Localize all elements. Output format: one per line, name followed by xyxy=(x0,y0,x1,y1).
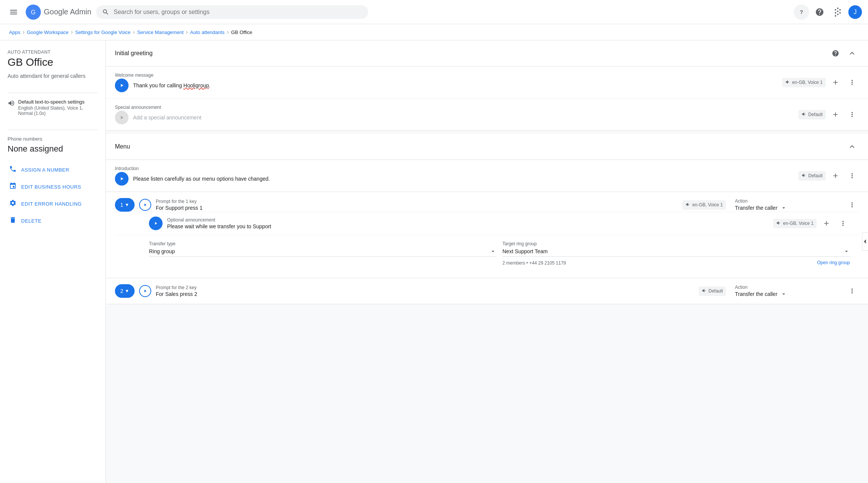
key-1-action-label: Action xyxy=(735,198,841,204)
breadcrumb-apps[interactable]: Apps xyxy=(9,29,20,35)
initial-greeting-title: Initial greeting xyxy=(115,50,153,57)
welcome-message-label: Welcome message xyxy=(115,73,778,78)
key-1-optional-voice-label: en-GB, Voice 1 xyxy=(783,221,814,226)
assign-number-label: ASSIGN A NUMBER xyxy=(21,167,69,173)
key-2-dropdown-arrow: ▼ xyxy=(125,288,129,294)
welcome-voice-badge: en-GB, Voice 1 xyxy=(782,78,826,87)
introduction-actions: Default xyxy=(798,169,859,183)
special-announcement-add-button[interactable] xyxy=(829,108,842,121)
content-area: Initial greeting xyxy=(106,40,868,483)
key-2-action-select: Transfer the caller xyxy=(735,291,841,297)
apps-grid-button[interactable] xyxy=(830,5,845,20)
delete-action[interactable]: DELETE xyxy=(8,212,98,229)
key-1-optional-row: Optional announcement Please wait while … xyxy=(115,212,859,235)
special-voice-badge: Default xyxy=(798,110,826,119)
edit-business-hours-action[interactable]: EDIT BUSINESS HOURS xyxy=(8,178,98,195)
key-1-transfer-type-dropdown[interactable] xyxy=(490,248,496,255)
initial-greeting-help-button[interactable] xyxy=(829,46,842,60)
sidebar-divider-1 xyxy=(8,93,98,93)
key-1-transfer-type-label: Transfer type xyxy=(149,241,496,246)
breadcrumb-service-management[interactable]: Service Management xyxy=(137,29,184,35)
key-2-action-chevron[interactable] xyxy=(780,291,787,297)
key-2-play-button[interactable] xyxy=(139,285,151,297)
special-announcement-play-button[interactable] xyxy=(115,111,129,124)
key-1-optional-label: Optional announcement xyxy=(167,217,769,223)
breadcrumb-google-workspace[interactable]: Google Workspace xyxy=(27,29,68,35)
error-handling-icon xyxy=(9,199,17,209)
search-input[interactable] xyxy=(114,9,362,15)
breadcrumb-auto-attendants[interactable]: Auto attendants xyxy=(190,29,225,35)
key-1-number: 1 xyxy=(120,202,123,208)
sidebar-tts-value: English (United States), Voice 1, Normal… xyxy=(18,105,98,116)
introduction-play-button[interactable] xyxy=(115,172,129,186)
delete-icon xyxy=(9,216,17,226)
key-1-badge[interactable]: 1 ▼ xyxy=(115,198,135,212)
tts-icon xyxy=(8,99,15,109)
calendar-icon xyxy=(9,182,17,192)
key-1-target-ring-group-dropdown[interactable] xyxy=(843,248,850,255)
key-1-transfer-row: Transfer type Ring group Target ring gro… xyxy=(115,235,859,272)
menu-header[interactable]: Menu xyxy=(106,134,868,160)
key-1-prompt-text: For Support press 1 xyxy=(156,205,678,211)
help-button[interactable] xyxy=(812,5,827,20)
key-1-open-ring-group-link[interactable]: Open ring group xyxy=(817,260,850,265)
special-voice-label: Default xyxy=(808,112,823,117)
user-avatar[interactable]: J xyxy=(848,5,862,19)
introduction-voice-label: Default xyxy=(808,173,823,178)
key-1-optional-add-button[interactable] xyxy=(820,217,833,230)
sidebar-title: GB Office xyxy=(8,56,98,68)
introduction-add-button[interactable] xyxy=(829,169,842,183)
breadcrumb-sep-1: › xyxy=(23,29,25,36)
introduction-voice-badge: Default xyxy=(798,171,826,181)
search-bar[interactable] xyxy=(96,5,368,19)
menu-title: Menu xyxy=(115,143,130,150)
special-announcement-actions: Default xyxy=(798,108,859,121)
intro-voice-icon xyxy=(801,173,807,179)
menu-collapse-button[interactable] xyxy=(845,140,859,153)
assign-number-action[interactable]: ASSIGN A NUMBER xyxy=(8,161,98,178)
edit-error-handling-action[interactable]: EDIT ERROR HANDLING xyxy=(8,195,98,212)
key-1-optional-play-button[interactable] xyxy=(149,217,163,230)
initial-greeting-header[interactable]: Initial greeting xyxy=(106,40,868,67)
delete-label: DELETE xyxy=(21,218,42,224)
key-1-dropdown-arrow: ▼ xyxy=(125,202,129,207)
special-announcement-text: Add a special announcement xyxy=(133,115,202,121)
key-2-prompt-area: Prompt for the 2 key For Sales press 2 xyxy=(156,285,694,297)
breadcrumb: Apps › Google Workspace › Settings for G… xyxy=(0,24,868,40)
key-2-badge[interactable]: 2 ▼ xyxy=(115,284,135,298)
special-announcement-label: Special announcement xyxy=(115,105,794,110)
sidebar: Auto attendant GB Office Auto attendant … xyxy=(0,40,106,483)
introduction-text: Please listen carefully as our menu opti… xyxy=(133,176,270,182)
key-1-transfer-type: Transfer type Ring group xyxy=(149,241,496,266)
sidebar-tts-content: Default text-to-speech settings English … xyxy=(18,99,98,116)
initial-greeting-collapse-button[interactable] xyxy=(845,46,859,60)
welcome-message-play-button[interactable] xyxy=(115,79,129,92)
key-1-optional-more-button[interactable] xyxy=(836,217,850,230)
svg-text:G: G xyxy=(31,9,36,15)
key-1-voice-label: en-GB, Voice 1 xyxy=(692,202,723,207)
introduction-more-button[interactable] xyxy=(845,169,859,183)
welcome-message-more-button[interactable] xyxy=(845,76,859,89)
breadcrumb-settings-voice[interactable]: Settings for Google Voice xyxy=(75,29,131,35)
key-1-prompt-area: Prompt for the 1 key For Support press 1 xyxy=(156,199,678,211)
right-panel-collapse-handle[interactable] xyxy=(862,232,868,251)
sidebar-auto-attendant-label: Auto attendant xyxy=(8,50,98,55)
hamburger-menu-button[interactable] xyxy=(6,5,21,20)
special-announcement-more-button[interactable] xyxy=(845,108,859,121)
breadcrumb-sep-5: › xyxy=(227,29,229,36)
welcome-message-add-button[interactable] xyxy=(829,76,842,89)
welcome-message-actions: en-GB, Voice 1 xyxy=(782,76,859,89)
help-support-button[interactable]: ? xyxy=(794,5,809,20)
special-voice-icon xyxy=(801,111,807,118)
google-admin-logo: G Google Admin xyxy=(26,5,91,20)
key-1-more-button[interactable] xyxy=(845,198,859,212)
key-2-more-button[interactable] xyxy=(845,284,859,298)
key-1-transfer-type-value-row: Ring group xyxy=(149,248,496,257)
breadcrumb-sep-2: › xyxy=(71,29,73,36)
edit-business-hours-label: EDIT BUSINESS HOURS xyxy=(21,184,81,190)
key-1-play-button[interactable] xyxy=(139,199,151,211)
sidebar-tts: Default text-to-speech settings English … xyxy=(8,99,98,116)
voice-icon xyxy=(785,79,790,86)
key-1-optional-text: Please wait while we transfer you to Sup… xyxy=(167,223,769,229)
key-1-action-chevron[interactable] xyxy=(780,204,787,211)
